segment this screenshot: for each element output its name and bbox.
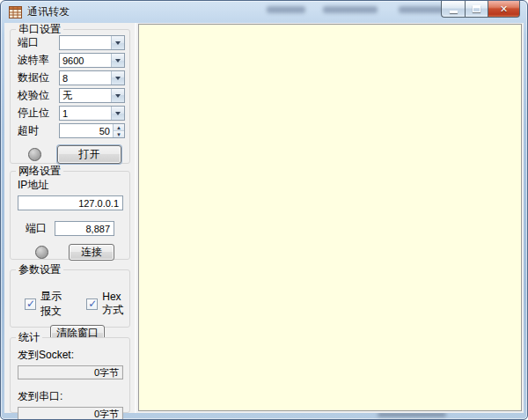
watermark-smudge [323, 6, 378, 13]
parity-select[interactable]: 无 [59, 88, 125, 103]
serial-port-select[interactable] [59, 35, 125, 50]
app-window: 通讯转发 ✕ 串口设置 端口 [0, 0, 528, 420]
network-group-label: 网络设置 [16, 165, 63, 177]
network-port-row: 端口 8,887 [26, 221, 129, 236]
parameter-settings-group: 参数设置 显示报文 Hex方式 清除窗口 [10, 269, 130, 328]
chevron-down-icon[interactable] [111, 54, 124, 67]
stop-bits-select[interactable]: 1 [59, 106, 125, 121]
checkbox-row: 显示报文 Hex方式 [25, 289, 129, 319]
sent-to-serial-label: 发到串口: [18, 389, 129, 404]
settings-panel: 串口设置 端口 波特率 9600 [4, 23, 136, 413]
serial-status-led [28, 148, 41, 161]
minimize-icon [450, 11, 458, 13]
chevron-down-icon[interactable] [111, 107, 124, 120]
serial-status-row: 打开 [11, 145, 129, 164]
message-log-textarea[interactable] [138, 24, 522, 411]
app-grid-icon [9, 6, 22, 18]
spinner-up-icon[interactable]: ▲ [114, 124, 124, 130]
data-bits-row: 数据位 8 [18, 70, 125, 85]
spinner-down-icon[interactable]: ▼ [114, 130, 124, 137]
network-settings-group: 网络设置 IP地址 127.0.0.1 端口 8,887 连接 [10, 171, 130, 260]
serial-settings-group: 串口设置 端口 波特率 9600 [10, 29, 130, 164]
open-serial-button[interactable]: 打开 [57, 145, 121, 164]
chevron-down-icon[interactable] [111, 36, 124, 49]
ip-address-label: IP地址 [18, 178, 129, 193]
hex-mode-checkbox[interactable] [86, 298, 98, 310]
window-title: 通讯转发 [27, 4, 70, 19]
caption-buttons: ✕ [441, 1, 520, 18]
serial-port-row: 端口 [18, 35, 125, 50]
chevron-down-icon[interactable] [111, 71, 124, 85]
maximize-icon [473, 5, 480, 12]
network-status-led [35, 246, 48, 259]
timeout-label: 超时 [18, 123, 59, 138]
parity-row: 校验位 无 [18, 88, 125, 103]
network-port-field[interactable]: 8,887 [55, 221, 114, 236]
timeout-row: 超时 50 ▲ ▼ [18, 123, 125, 138]
stop-bits-label: 停止位 [18, 106, 59, 121]
chevron-down-icon[interactable] [111, 89, 124, 102]
serial-group-label: 串口设置 [16, 23, 63, 35]
data-bits-select[interactable]: 8 [59, 70, 125, 85]
serial-port-label: 端口 [18, 35, 59, 50]
network-port-label: 端口 [26, 221, 55, 236]
stop-bits-row: 停止位 1 [18, 106, 125, 121]
maximize-button[interactable] [465, 1, 488, 18]
sent-to-socket-value: 0字节 [18, 365, 123, 379]
sent-to-serial-value: 0字节 [18, 407, 123, 420]
show-messages-label: 显示报文 [40, 289, 70, 319]
close-icon: ✕ [500, 4, 508, 14]
client-area: 串口设置 端口 波特率 9600 [4, 23, 524, 413]
watermark-smudge [267, 6, 305, 13]
connect-button[interactable]: 连接 [69, 244, 114, 261]
sent-to-socket-label: 发到Socket: [18, 348, 129, 363]
baud-rate-label: 波特率 [18, 53, 59, 68]
ip-address-field[interactable]: 127.0.0.1 [18, 195, 123, 210]
close-button[interactable]: ✕ [488, 1, 520, 18]
frame-smudge [378, 413, 446, 416]
timeout-stepper[interactable]: 50 ▲ ▼ [59, 123, 125, 138]
data-bits-label: 数据位 [18, 70, 59, 85]
minimize-button[interactable] [441, 1, 465, 18]
network-status-row: 连接 [11, 244, 129, 261]
stats-group-label: 统计 [16, 331, 42, 343]
baud-rate-select[interactable]: 9600 [59, 53, 125, 68]
parity-label: 校验位 [18, 88, 59, 103]
show-messages-checkbox[interactable] [25, 298, 36, 310]
baud-rate-row: 波特率 9600 [18, 53, 125, 68]
watermark-smudge [399, 6, 446, 13]
statistics-group: 统计 发到Socket: 0字节 发到串口: 0字节 [10, 337, 130, 413]
params-group-label: 参数设置 [16, 263, 63, 276]
hex-mode-label: Hex方式 [102, 291, 129, 318]
